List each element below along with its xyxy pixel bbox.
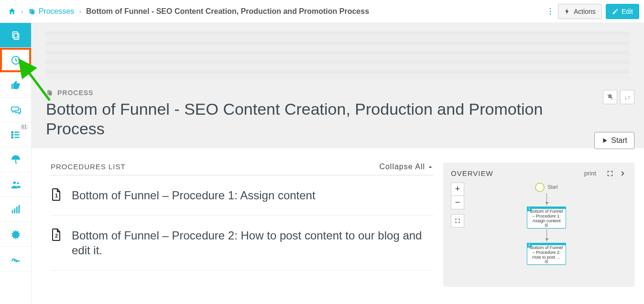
procedures-heading: PROCEDURES LIST <box>51 163 126 171</box>
svg-rect-2 <box>14 33 19 39</box>
flow-node[interactable]: 2 Bottom of Funnel – Procedure 2: How to… <box>527 243 566 265</box>
edit-label: Edit <box>622 8 633 15</box>
bar-chart-icon <box>11 204 21 215</box>
flow-node[interactable]: 1 Bottom of Funnel – Procedure 1: Assign… <box>527 206 566 228</box>
svg-rect-12 <box>16 206 17 213</box>
actions-label: Actions <box>574 8 596 15</box>
content-row: PROCEDURES LIST Collapse All 1 Bottom of… <box>32 148 644 287</box>
hero: PROCESS Bottom of Funnel - SEO Content C… <box>32 23 644 148</box>
copy-icon <box>11 30 21 41</box>
flow-node-index: 1 <box>527 206 532 211</box>
sidebar-item-checklist[interactable]: 61 <box>0 122 31 147</box>
procedure-title[interactable]: Bottom of Funnel – Procedure 2: How to p… <box>72 228 434 258</box>
sidebar-item-history[interactable] <box>0 48 31 73</box>
home-icon <box>8 7 16 16</box>
thumbs-up-icon <box>11 80 21 90</box>
overview-panel: OVERVIEW print + − <box>443 163 634 287</box>
zoom-controls: + − <box>451 183 464 228</box>
expand-icon <box>607 170 613 177</box>
flow-start-node[interactable]: Start <box>535 183 557 192</box>
collapse-all-label: Collapse All <box>379 163 425 171</box>
zoom-out-button[interactable]: − <box>451 196 464 209</box>
svg-rect-10 <box>11 210 13 213</box>
document-icon: 1 <box>51 188 62 201</box>
umbrella-icon <box>11 154 21 165</box>
flow-node-index: 2 <box>527 243 532 248</box>
svg-rect-11 <box>14 208 15 213</box>
print-link[interactable]: print <box>584 170 596 177</box>
page-title: Bottom of Funnel - SEO Content Creation,… <box>46 99 548 139</box>
breadcrumb-section: Processes <box>39 7 75 16</box>
expand-node-icon[interactable]: ⊞ <box>545 223 548 228</box>
flow-arrow-icon <box>546 193 547 206</box>
procedure-item[interactable]: 2 Bottom of Funnel – Procedure 2: How to… <box>51 216 434 271</box>
topbar: › Processes › Bottom of Funnel - SEO Con… <box>0 0 644 23</box>
play-icon <box>601 137 608 144</box>
flow-node-text: Bottom of Funnel – Procedure 1: Assign c… <box>530 209 563 223</box>
fullscreen-icon <box>455 218 460 224</box>
stack-icon <box>28 8 36 15</box>
hero-tool-row: ↓↑ <box>603 90 634 104</box>
sidebar-item-overview[interactable] <box>0 23 31 48</box>
svg-rect-15 <box>48 91 52 96</box>
clock-icon <box>11 55 21 65</box>
chevron-right-icon: › <box>21 8 23 15</box>
edit-button[interactable]: Edit <box>606 4 639 19</box>
burst-icon <box>11 229 21 239</box>
kebab-menu[interactable]: ⋮ <box>546 7 554 16</box>
svg-point-9 <box>17 182 19 184</box>
mute-button[interactable] <box>603 90 617 104</box>
procedure-item[interactable]: 1 Bottom of Funnel – Procedure 1: Assign… <box>51 175 434 216</box>
expand-node-icon[interactable]: ⊞ <box>545 259 548 264</box>
sidebar-item-people[interactable] <box>0 172 31 197</box>
sidebar-item-settings[interactable] <box>0 222 31 247</box>
breadcrumb-current: Bottom of Funnel - SEO Content Creation,… <box>86 7 369 16</box>
procedures-header: PROCEDURES LIST Collapse All <box>51 163 434 175</box>
main: PROCESS Bottom of Funnel - SEO Content C… <box>32 23 644 304</box>
sidebar-item-risk[interactable] <box>0 147 31 172</box>
next-button[interactable] <box>618 169 627 178</box>
sidebar-item-approvals[interactable] <box>0 73 31 98</box>
start-circle-icon <box>535 183 545 192</box>
sidebar-item-activity[interactable] <box>0 247 31 271</box>
chevron-right-icon: › <box>79 8 81 15</box>
svg-point-8 <box>13 181 16 184</box>
stack-icon <box>46 89 54 97</box>
sidebar-item-analytics[interactable] <box>0 197 31 222</box>
processes-link[interactable]: Processes <box>28 7 75 16</box>
hero-tag: PROCESS <box>46 89 630 97</box>
procedure-title[interactable]: Bottom of Funnel – Procedure 1: Assign c… <box>72 188 316 203</box>
chevron-right-icon <box>619 170 626 177</box>
svg-point-7 <box>11 137 13 138</box>
flow-node-text: Bottom of Funnel – Procedure 2: How to p… <box>530 245 563 260</box>
procedure-number: 2 <box>51 228 62 241</box>
svg-point-6 <box>11 134 13 135</box>
checklist-badge: 61 <box>20 124 28 130</box>
chat-icon <box>11 105 21 115</box>
svg-point-5 <box>11 131 13 133</box>
svg-rect-1 <box>31 10 34 14</box>
expand-button[interactable] <box>606 169 614 178</box>
zoom-fit-button[interactable] <box>451 214 464 228</box>
flow-start-label: Start <box>547 185 557 190</box>
home-link[interactable] <box>8 7 16 16</box>
overview-header: OVERVIEW print <box>451 169 627 178</box>
start-button[interactable]: Start <box>594 132 634 149</box>
signature-icon <box>11 254 21 264</box>
collapse-all-link[interactable]: Collapse All <box>379 163 434 171</box>
sidebar-item-discussion[interactable] <box>0 98 31 122</box>
start-label: Start <box>611 136 627 145</box>
bell-off-icon <box>606 93 614 101</box>
topbar-actions: ⋮ Actions Edit <box>546 4 639 19</box>
actions-button[interactable]: Actions <box>558 4 602 19</box>
overview-canvas[interactable]: + − Start 1 Bott <box>451 183 627 280</box>
hero-tag-text: PROCESS <box>57 89 93 97</box>
procedures-column: PROCEDURES LIST Collapse All 1 Bottom of… <box>51 163 434 287</box>
svg-rect-13 <box>18 205 20 213</box>
sort-button[interactable]: ↓↑ <box>620 90 634 104</box>
hero-banner <box>46 32 630 79</box>
edit-icon <box>612 8 619 15</box>
procedure-number: 1 <box>51 188 62 201</box>
hero-start-wrap: Start <box>594 132 634 149</box>
zoom-in-button[interactable]: + <box>451 183 464 196</box>
